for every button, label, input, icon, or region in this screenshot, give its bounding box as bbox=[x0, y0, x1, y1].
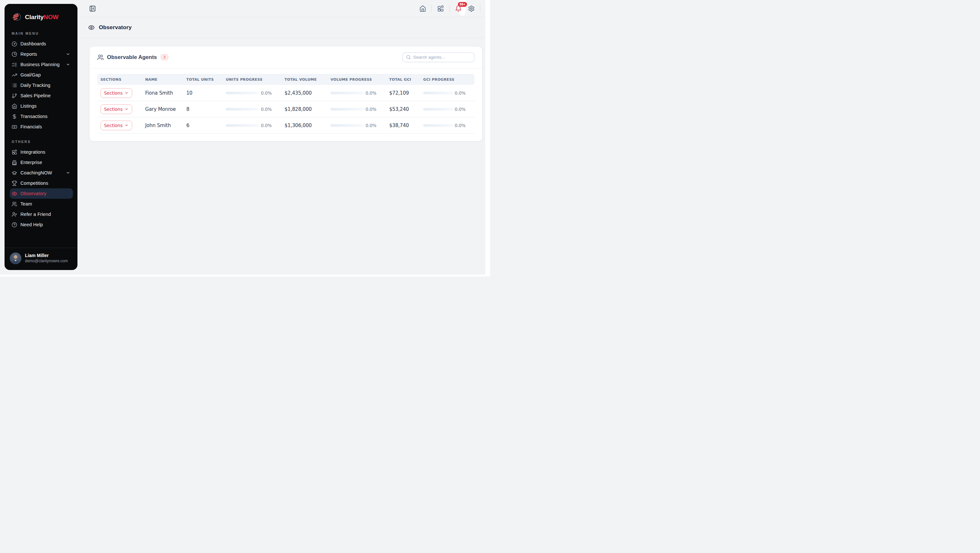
sidebar-item-label: Observatory bbox=[21, 191, 46, 196]
gci-progress-value: 0.0% bbox=[455, 91, 466, 96]
sidebar-item-coachingnow[interactable]: CoachingNOW bbox=[10, 167, 73, 178]
table-row: Sections Gary Monroe 8 0.0% $1,828,000 0… bbox=[97, 101, 474, 117]
brand-logo[interactable]: ClarityNOW bbox=[10, 10, 73, 23]
total-gci: $38,740 bbox=[386, 123, 420, 128]
agent-name: John Smith bbox=[142, 123, 183, 128]
sections-dropdown-button[interactable]: Sections bbox=[100, 121, 132, 130]
sidebar-item-dashboards[interactable]: Dashboards bbox=[10, 38, 73, 49]
sidebar-item-team[interactable]: Team bbox=[10, 199, 73, 209]
sidebar-item-label: CoachingNOW bbox=[21, 170, 52, 175]
help-circle-icon bbox=[12, 222, 17, 228]
page-header: Observatory bbox=[82, 17, 485, 38]
chevron-down-icon bbox=[66, 52, 70, 56]
user-email: demo@claritynowre.com bbox=[25, 259, 68, 264]
user-name: Liam Miller bbox=[25, 253, 68, 259]
settings-gear-button[interactable] bbox=[467, 4, 476, 13]
search-icon bbox=[406, 55, 411, 60]
apps-grid-button[interactable] bbox=[436, 4, 445, 13]
column-header: NAME bbox=[142, 78, 183, 82]
total-gci: $72,109 bbox=[386, 90, 420, 96]
units-progress-value: 0.0% bbox=[261, 107, 272, 112]
progress-bar bbox=[423, 92, 453, 94]
sidebar-item-enterprise[interactable]: Enterprise bbox=[10, 157, 73, 167]
sidebar-item-business-planning[interactable]: Business Planning bbox=[10, 59, 73, 70]
notifications-bell-button[interactable]: 99+ bbox=[454, 4, 463, 13]
column-header: GCI PROGRESS bbox=[420, 78, 475, 82]
table-row: Sections Fiona Smith 10 0.0% $2,435,000 … bbox=[97, 85, 474, 101]
trending-up-icon bbox=[12, 72, 17, 78]
banknote-icon bbox=[12, 124, 17, 130]
notification-count-badge: 99+ bbox=[458, 2, 467, 7]
sidebar-item-financials[interactable]: Financials bbox=[10, 121, 73, 132]
total-units: 6 bbox=[183, 123, 223, 128]
building-icon bbox=[12, 160, 17, 165]
search-agents-input[interactable] bbox=[413, 55, 471, 60]
chevron-down-icon bbox=[66, 171, 70, 175]
sidebar-item-competitions[interactable]: Competitions bbox=[10, 178, 73, 188]
progress-bar bbox=[331, 92, 364, 94]
sidebar-item-label: Daily Tracking bbox=[21, 83, 50, 88]
divider bbox=[449, 5, 450, 12]
list-icon bbox=[12, 83, 17, 88]
scrollbar-gutter[interactable] bbox=[485, 0, 490, 276]
observable-agents-card: Observable Agents 3 SECTIONS NAME TOTAL … bbox=[89, 46, 482, 142]
sidebar-item-sales-pipeline[interactable]: Sales Pipeline bbox=[10, 91, 73, 101]
trophy-icon bbox=[12, 180, 17, 186]
progress-bar bbox=[331, 124, 364, 127]
chevron-down-icon bbox=[124, 107, 129, 111]
column-header: TOTAL VOLUME bbox=[281, 78, 327, 82]
volume-progress-value: 0.0% bbox=[366, 107, 377, 112]
sidebar-item-goal-gap[interactable]: Goal/Gap bbox=[10, 70, 73, 80]
claritynow-logo-icon bbox=[11, 12, 22, 23]
sidebar-item-label: Listings bbox=[21, 104, 37, 108]
sidebar-item-refer-a-friend[interactable]: Refer a Friend bbox=[10, 209, 73, 220]
sections-dropdown-button[interactable]: Sections bbox=[100, 88, 132, 98]
volume-progress-value: 0.0% bbox=[366, 91, 377, 96]
sidebar-item-daily-tracking[interactable]: Daily Tracking bbox=[10, 80, 73, 91]
sidebar-item-label: Goal/Gap bbox=[21, 72, 41, 78]
chevron-down-icon bbox=[66, 62, 70, 67]
sidebar-item-integrations[interactable]: Integrations bbox=[10, 147, 73, 157]
user-plus-icon bbox=[12, 212, 17, 217]
card-header: Observable Agents 3 bbox=[89, 46, 482, 69]
units-progress-value: 0.0% bbox=[261, 123, 272, 128]
volume-progress-value: 0.0% bbox=[366, 123, 377, 128]
blocks-icon bbox=[12, 150, 17, 155]
sidebar-collapse-button[interactable] bbox=[88, 4, 97, 13]
sidebar-item-label: Team bbox=[21, 201, 32, 207]
sidebar-item-label: Refer a Friend bbox=[21, 212, 51, 217]
pie-chart-icon bbox=[12, 51, 17, 57]
sidebar-item-label: Transactions bbox=[21, 114, 48, 119]
divider bbox=[431, 5, 432, 12]
sidebar-item-label: Sales Pipeline bbox=[21, 93, 51, 98]
sidebar-item-listings[interactable]: Listings bbox=[10, 101, 73, 111]
gci-progress-value: 0.0% bbox=[455, 107, 466, 112]
column-header: UNITS PROGRESS bbox=[223, 78, 281, 82]
brand-name: ClarityNOW bbox=[25, 14, 59, 21]
column-header: VOLUME PROGRESS bbox=[327, 78, 386, 82]
graduation-cap-icon bbox=[12, 170, 17, 176]
total-volume: $2,435,000 bbox=[281, 90, 327, 96]
git-branch-icon bbox=[12, 93, 17, 99]
total-volume: $1,828,000 bbox=[281, 106, 327, 112]
avatar bbox=[10, 252, 21, 264]
progress-bar bbox=[423, 124, 453, 127]
sidebar-item-label: Competitions bbox=[21, 180, 48, 186]
card-title: Observable Agents bbox=[107, 54, 157, 61]
sidebar-item-reports[interactable]: Reports bbox=[10, 49, 73, 59]
chevron-down-icon bbox=[124, 123, 129, 127]
progress-bar bbox=[226, 124, 259, 127]
eye-icon bbox=[12, 191, 17, 196]
progress-bar bbox=[226, 108, 259, 110]
sections-dropdown-button[interactable]: Sections bbox=[100, 104, 132, 114]
user-profile[interactable]: Liam Miller demo@claritynowre.com bbox=[5, 248, 78, 270]
sidebar-item-observatory[interactable]: Observatory bbox=[10, 188, 73, 199]
users-icon bbox=[97, 54, 104, 61]
users-icon bbox=[12, 201, 17, 207]
sidebar-item-label: Enterprise bbox=[21, 160, 42, 165]
dollar-sign-icon bbox=[12, 114, 17, 119]
progress-bar bbox=[331, 108, 364, 110]
sidebar-item-need-help[interactable]: Need Help bbox=[10, 220, 73, 230]
sidebar-item-transactions[interactable]: Transactions bbox=[10, 111, 73, 121]
home-button[interactable] bbox=[418, 4, 427, 13]
